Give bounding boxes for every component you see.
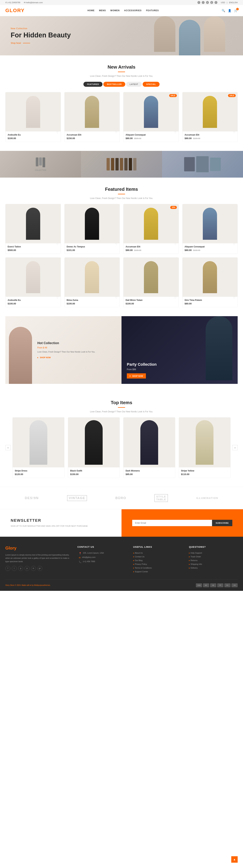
- hero-cta[interactable]: Shop Now!: [11, 42, 71, 44]
- old-price: $100.00: [193, 137, 200, 140]
- footer-link-contact[interactable]: Contact Us: [133, 556, 182, 558]
- header: GLORY HOME MENS WOMEN ACCESSORIES FEATUR…: [0, 5, 243, 16]
- newsletter-title: NEWSLETTER: [11, 518, 111, 523]
- party-collection-banner: Party Collection From $99 ▸ SHOP NOW: [122, 316, 238, 384]
- currency-selector[interactable]: USD: [221, 1, 225, 4]
- tab-special[interactable]: SPECIAL: [143, 82, 160, 87]
- old-price: $100.00: [134, 249, 141, 251]
- nav-women[interactable]: WOMEN: [110, 9, 119, 12]
- site-logo[interactable]: GLORY: [5, 8, 25, 13]
- footer-twitter-icon[interactable]: t: [12, 566, 17, 571]
- product-image: [182, 204, 238, 243]
- product-price: $101.00: [67, 249, 117, 251]
- nav-features[interactable]: FEATURES: [146, 9, 159, 12]
- brand-logo-style-table: STYLETABLE: [154, 494, 168, 502]
- wishlist-icon[interactable]: ♡: [56, 131, 59, 134]
- newsletter-right: SUBSCRIBE: [122, 509, 243, 537]
- product-image: [68, 417, 120, 467]
- featured-items-section: Featured Items Love Clean, Fresh Design?…: [0, 178, 243, 316]
- wishlist-icon[interactable]: ♡: [56, 296, 59, 299]
- footer-linkedin-icon[interactable]: in: [31, 566, 36, 571]
- footer-link-track[interactable]: Track Order: [189, 556, 238, 558]
- footer-contact: CONTACT US 📍 225, Lorem Ipsum, USA ✉ inf…: [77, 546, 126, 574]
- wishlist-icon[interactable]: ♡: [56, 243, 59, 246]
- footer-link-about[interactable]: About Us: [133, 552, 182, 554]
- hero-section: New Collection For Hidden Beauty Shop No…: [0, 16, 243, 55]
- newsletter-subscribe-button[interactable]: SUBSCRIBE: [212, 520, 232, 526]
- language-selector[interactable]: ENGLISH: [229, 1, 238, 4]
- footer-link-privacy[interactable]: Privacy Policy: [133, 563, 182, 565]
- wishlist-icon[interactable]: ♡: [174, 131, 176, 134]
- wishlist-icon[interactable]: ♡: [233, 243, 235, 246]
- wishlist-icon[interactable]: ♡: [174, 243, 176, 246]
- product-info: Black Outfit $150.00: [68, 467, 120, 478]
- wishlist-icon[interactable]: ♡: [233, 296, 235, 299]
- product-figure: [203, 261, 217, 293]
- cart-icon[interactable]: 🛒2: [234, 9, 238, 12]
- top-item-card: Stripe Dress $120.00: [12, 417, 64, 478]
- account-icon[interactable]: 👤: [228, 9, 232, 12]
- product-name: Accumsan Elit: [185, 133, 236, 136]
- search-icon[interactable]: 🔍: [222, 9, 225, 12]
- next-arrow-button[interactable]: ›: [232, 445, 238, 450]
- product-image: 10%: [124, 204, 179, 243]
- pinterest-icon[interactable]: p: [206, 1, 209, 4]
- twitter-icon[interactable]: t: [214, 1, 217, 4]
- top-bar-contact: ✆ (+0) 23456789 ✉ hello@domain.com: [5, 1, 43, 4]
- newsletter-email-input[interactable]: [132, 520, 212, 526]
- product-image: [65, 257, 120, 297]
- footer-link-terms[interactable]: Terms & Conditions: [133, 567, 182, 569]
- footer-google-icon[interactable]: g: [18, 566, 23, 571]
- product-name: Aliquam Consequat: [126, 133, 176, 136]
- footer-about-text: Lorem ipsum is simply dummy text of the …: [5, 553, 70, 563]
- product-figure: [140, 420, 158, 465]
- featured-grid-row2: Andouille Eu ♡ $100.00 Bima Zuma ♡ $100.…: [5, 257, 238, 307]
- payment-paypal: PP: [217, 583, 223, 587]
- product-price: $110.00: [181, 473, 229, 475]
- nav-accessories[interactable]: ACCESSORIES: [124, 9, 142, 12]
- product-image: [124, 417, 175, 467]
- product-image: SALE: [124, 92, 179, 131]
- title-underline: [118, 407, 125, 408]
- hot-collection-cta[interactable]: ▸ SHOP NOW: [37, 356, 51, 359]
- product-info: Accumsan Elit ♡ $90.00 $100.00: [124, 243, 179, 254]
- brand-logo-illumination: Illumination: [196, 497, 218, 499]
- footer-link-help[interactable]: Help Support: [189, 552, 238, 554]
- product-figure: [85, 261, 99, 293]
- google-icon[interactable]: g: [210, 1, 213, 4]
- product-card: Bima Zuma ♡ $100.00: [64, 257, 120, 307]
- party-collection-cta[interactable]: ▸ SHOP NOW: [127, 373, 146, 378]
- product-price: $100.00: [8, 302, 59, 305]
- tab-featured[interactable]: FEATURED: [83, 82, 102, 87]
- tab-latest[interactable]: LATEST: [126, 82, 142, 87]
- footer-facebook-icon[interactable]: f: [5, 566, 10, 571]
- nav-home[interactable]: HOME: [88, 9, 95, 12]
- product-info: Stripe Yellow $110.00: [179, 467, 231, 478]
- wishlist-icon[interactable]: ♡: [115, 131, 117, 134]
- footer-link-returns[interactable]: Returns: [189, 559, 238, 562]
- product-tabs: FEATURED BESTSELLER LATEST SPECIAL: [5, 82, 238, 87]
- prev-arrow-button[interactable]: ‹: [5, 445, 11, 450]
- new-arrivals-subtitle: Love Clean, Fresh Design? Then Our New N…: [5, 75, 238, 77]
- instagram-icon[interactable]: i: [202, 1, 205, 4]
- footer-useful-links: USEFUL LINKS About Us Contact Us Our Blo…: [133, 546, 182, 574]
- facebook-icon[interactable]: f: [198, 1, 200, 4]
- nav-mens[interactable]: MENS: [99, 9, 106, 12]
- wishlist-icon[interactable]: ♡: [174, 296, 176, 299]
- product-figure: [203, 96, 217, 128]
- top-bar-right: f i p g t USD | ENGLISH: [198, 1, 238, 4]
- footer-link-blog[interactable]: Our Blog: [133, 559, 182, 562]
- tab-bestseller[interactable]: BESTSELLER: [103, 82, 125, 87]
- featured-grid-row1: Exerci Tation ♡ $500.00 Donec Ac Tempus …: [5, 204, 238, 254]
- footer-link-support[interactable]: Support Center: [133, 570, 182, 573]
- footer-link-shipping[interactable]: Shipping Info: [189, 563, 238, 565]
- wishlist-icon[interactable]: ♡: [233, 131, 235, 134]
- footer-pinterest-icon[interactable]: p: [25, 566, 30, 571]
- wishlist-icon[interactable]: ♡: [115, 243, 117, 246]
- product-image: [124, 257, 179, 297]
- product-name: Accumsan Elit: [67, 133, 117, 136]
- newsletter-section: NEWSLETTER SIGN UP TO OUR NEWSLETTER AND…: [0, 509, 243, 537]
- wishlist-icon[interactable]: ♡: [115, 296, 117, 299]
- footer-link-delivery[interactable]: Delivery: [189, 567, 238, 569]
- footer-googleplus-icon[interactable]: g+: [37, 566, 42, 571]
